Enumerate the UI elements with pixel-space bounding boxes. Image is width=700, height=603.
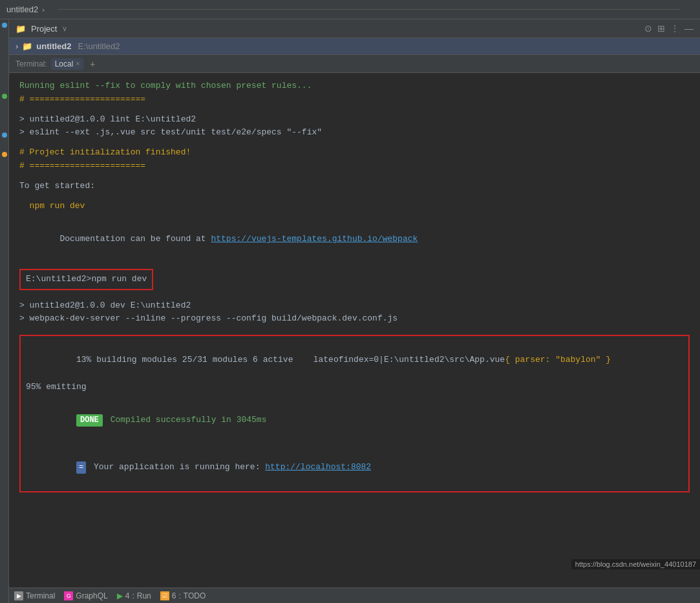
sidebar-dot-blue2 xyxy=(2,132,7,138)
tree-folder-icon: 📁 xyxy=(22,41,32,51)
tree-project-path: E:\untitled2 xyxy=(78,41,120,51)
blue-badge: = xyxy=(76,461,86,474)
project-label[interactable]: Project xyxy=(31,24,57,34)
output-line23: = Your application is running here: http… xyxy=(26,447,683,487)
terminal-tab-name: Local xyxy=(55,59,74,69)
output-line5: > eslint --ext .js,.vue src test/unit te… xyxy=(19,126,690,140)
output-cmd-box: E:\untitled2>npm run dev xyxy=(26,273,147,286)
terminal-label-text: Terminal: xyxy=(16,59,47,69)
todo-icon: ☑ xyxy=(160,591,169,600)
title-project-name: untitled2 xyxy=(6,5,38,14)
project-dropdown-arrow[interactable]: ∨ xyxy=(62,25,67,33)
output-line4: > untitled2@1.0.0 lint E:\untitled2 xyxy=(19,113,690,127)
sidebar-strip xyxy=(0,19,9,603)
title-bar: untitled2 › xyxy=(0,0,700,19)
sidebar-dot-green xyxy=(2,94,7,99)
target-icon[interactable]: ⊙ xyxy=(644,23,652,34)
toolbar-run-label: Run xyxy=(137,591,151,600)
output-line12: npm run dev xyxy=(19,200,690,213)
output-line20: 13% building modules 25/31 modules 6 act… xyxy=(26,340,683,380)
output-compiled: Compiled successfully in 3045ms xyxy=(105,415,267,425)
output-line10: To get started: xyxy=(19,180,690,193)
graphql-icon: G xyxy=(64,591,73,600)
output-localhost-link[interactable]: http://localhost:8082 xyxy=(265,462,371,472)
output-parser: { parser: "babylon" } xyxy=(505,355,611,365)
output-doc-link[interactable]: https://vuejs-templates.github.io/webpac… xyxy=(211,234,418,244)
project-panel: 📁 Project ∨ ⊙ ⊞ ⋮ — › 📁 untitled2 E:\unt… xyxy=(9,19,700,55)
project-header: 📁 Project ∨ ⊙ ⊞ ⋮ — xyxy=(9,19,700,38)
done-badge: DONE xyxy=(76,414,103,427)
sidebar-dot-orange xyxy=(2,152,7,157)
terminal-add-tab[interactable]: + xyxy=(90,59,95,69)
terminal-icon: ▶ xyxy=(14,591,23,600)
layout-icon[interactable]: ⊞ xyxy=(657,23,665,34)
toolbar-run[interactable]: ▶ 4: Run xyxy=(117,591,151,600)
watermark: https://blog.csdn.net/weixin_44010187 xyxy=(571,559,700,569)
cmd-highlight-box: E:\untitled2>npm run dev xyxy=(19,269,153,290)
menu-icon[interactable]: ⋮ xyxy=(670,23,679,34)
toolbar-todo-label: TODO xyxy=(184,591,206,600)
output-line18: > webpack-dev-server --inline --progress… xyxy=(19,312,690,326)
terminal-tab-close[interactable]: × xyxy=(76,60,80,67)
tree-indent: › xyxy=(16,41,18,51)
output-line1: Running eslint --fix to comply with chos… xyxy=(19,79,690,93)
title-chevron-icon: › xyxy=(42,6,45,14)
output-line14: Documentation can be found at https://vu… xyxy=(19,219,690,259)
output-doc-text: Documentation can be found at xyxy=(59,234,211,244)
toolbar-graphql-label: GraphQL xyxy=(76,591,107,600)
bottom-toolbar: ▶ Terminal G GraphQL ▶ 4: Run ☑ 6: TODO xyxy=(9,587,700,603)
project-folder-icon: 📁 xyxy=(16,24,26,34)
output-line21: 95% emitting xyxy=(26,381,683,394)
output-running-text: Your application is running here: xyxy=(89,462,265,472)
toolbar-todo[interactable]: ☑ 6: TODO xyxy=(160,591,206,600)
main-layout: 📁 Project ∨ ⊙ ⊞ ⋮ — › 📁 untitled2 E:\unt… xyxy=(0,19,700,603)
toolbar-todo-num: 6 xyxy=(172,591,176,600)
output-line7: # Project initialization finished! xyxy=(19,146,690,160)
output-line2: # ======================= xyxy=(19,93,690,107)
tree-project-name: untitled2 xyxy=(36,41,71,51)
terminal-tabs: Terminal: Local × + xyxy=(9,55,700,73)
output-building: 13% building modules 25/31 modules 6 act… xyxy=(76,355,505,365)
output-line8: # ======================= xyxy=(19,160,690,173)
toolbar-terminal-label: Terminal xyxy=(26,591,55,600)
title-bar-left: untitled2 › xyxy=(6,5,45,14)
main-area: 📁 Project ∨ ⊙ ⊞ ⋮ — › 📁 untitled2 E:\unt… xyxy=(9,19,700,603)
terminal-tab-local[interactable]: Local × xyxy=(51,58,84,70)
output-line17: > untitled2@1.0.0 dev E:\untitled2 xyxy=(19,299,690,313)
project-tree-item[interactable]: › 📁 untitled2 E:\untitled2 xyxy=(9,38,700,54)
toolbar-terminal[interactable]: ▶ Terminal xyxy=(14,591,55,600)
run-icon: ▶ xyxy=(117,591,123,600)
output-result-box: 13% building modules 25/31 modules 6 act… xyxy=(19,335,690,492)
sidebar-dot-blue xyxy=(2,23,7,28)
toolbar-run-num: 4 xyxy=(125,591,130,600)
terminal-content: Running eslint --fix to comply with chos… xyxy=(9,73,700,587)
toolbar-graphql[interactable]: G GraphQL xyxy=(64,591,107,600)
output-line22: DONE Compiled successfully in 3045ms xyxy=(26,400,683,440)
minimize-icon[interactable]: — xyxy=(684,23,694,34)
